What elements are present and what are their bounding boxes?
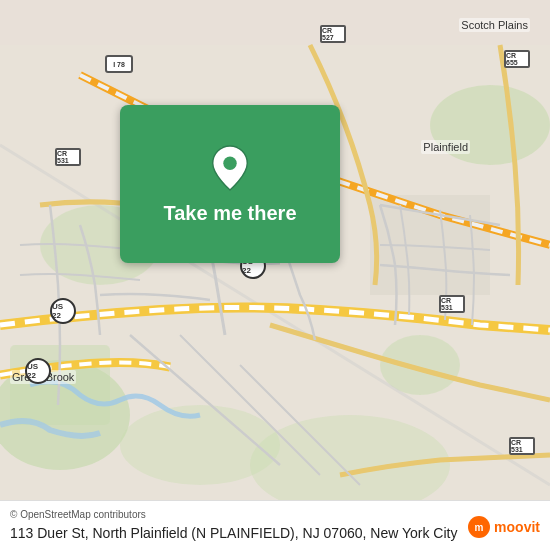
- moovit-brand-text: moovit: [494, 519, 540, 535]
- svg-text:m: m: [475, 522, 484, 533]
- location-pin-icon: [210, 144, 250, 192]
- moovit-logo: m moovit: [468, 516, 540, 538]
- attribution-text: © OpenStreetMap contributors: [10, 509, 540, 520]
- map-container: Scotch Plains Plainfield Green Brook I 7…: [0, 0, 550, 550]
- bottom-bar: © OpenStreetMap contributors 113 Duer St…: [0, 500, 550, 550]
- svg-point-14: [223, 156, 236, 169]
- moovit-icon: m: [468, 516, 490, 538]
- address-text: 113 Duer St, North Plainfield (N PLAINFI…: [10, 524, 540, 544]
- take-me-there-button-label: Take me there: [163, 202, 296, 225]
- svg-point-2: [430, 85, 550, 165]
- take-me-there-card[interactable]: Take me there: [120, 105, 340, 263]
